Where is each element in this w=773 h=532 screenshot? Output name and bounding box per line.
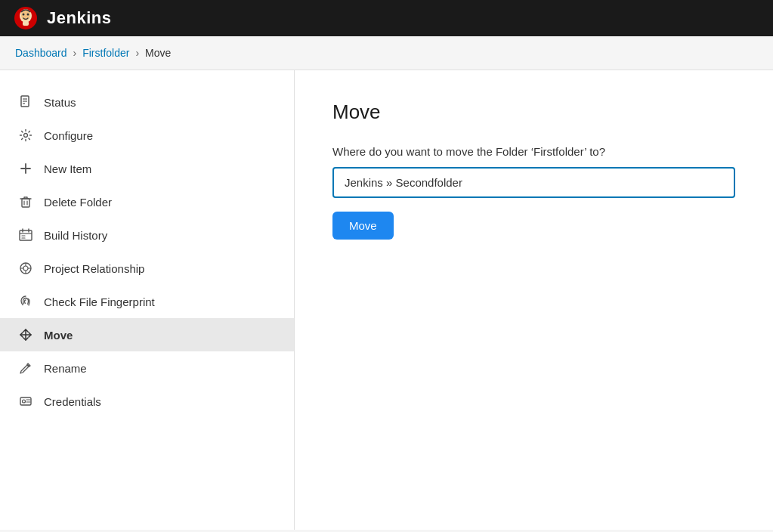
svg-rect-5 [23, 21, 29, 26]
breadcrumb: Dashboard › Firstfolder › Move [0, 36, 773, 70]
sidebar-item-configure[interactable]: Configure [0, 119, 294, 152]
sidebar-item-delete-folder[interactable]: Delete Folder [0, 185, 294, 218]
gear-icon [18, 128, 33, 143]
move-button[interactable]: Move [332, 212, 394, 240]
sidebar-item-rename-label: Rename [44, 362, 87, 375]
svg-point-27 [23, 266, 28, 271]
sidebar-item-check-file-fingerprint[interactable]: Check File Fingerprint [0, 285, 294, 318]
move-icon [18, 327, 33, 342]
svg-rect-13 [22, 199, 29, 207]
sidebar-item-credentials[interactable]: Credentials [0, 385, 294, 418]
jenkins-logo-svg [14, 6, 38, 30]
breadcrumb-dashboard[interactable]: Dashboard [15, 47, 67, 59]
sidebar-item-check-file-fingerprint-label: Check File Fingerprint [44, 295, 155, 308]
sidebar-item-credentials-label: Credentials [44, 395, 101, 408]
main-content: Move Where do you want to move the Folde… [295, 70, 773, 530]
jenkins-logo [12, 5, 39, 32]
sidebar-item-configure-label: Configure [44, 129, 93, 142]
circle-icon [18, 261, 33, 276]
page-title: Move [332, 101, 735, 124]
breadcrumb-sep-2: › [135, 47, 139, 59]
sidebar-item-project-relationship-label: Project Relationship [44, 262, 144, 275]
sidebar-item-move-label: Move [44, 329, 73, 342]
app-title: Jenkins [47, 8, 111, 28]
breadcrumb-sep-1: › [73, 47, 77, 59]
sidebar-item-delete-folder-label: Delete Folder [44, 196, 112, 209]
svg-rect-20 [20, 230, 32, 240]
pencil-icon [18, 360, 33, 376]
sidebar-item-status-label: Status [44, 96, 76, 109]
sidebar-item-build-history[interactable]: Build History [0, 218, 294, 252]
sidebar-item-move[interactable]: Move [0, 318, 294, 351]
sidebar-item-new-item-label: New Item [44, 162, 91, 175]
sidebar-item-build-history-label: Build History [44, 229, 107, 242]
form-description: Where do you want to move the Folder ‘Fi… [332, 145, 735, 158]
fingerprint-icon [18, 294, 33, 309]
main-layout: Status Configure New Item [0, 70, 773, 530]
app-header: Jenkins [0, 0, 773, 36]
sidebar: Status Configure New Item [0, 70, 295, 530]
breadcrumb-current: Move [145, 47, 171, 59]
id-card-icon [18, 394, 33, 409]
sidebar-item-status[interactable]: Status [0, 85, 294, 119]
plus-icon [18, 161, 33, 176]
destination-input[interactable] [332, 167, 735, 198]
svg-point-4 [27, 14, 29, 16]
sidebar-item-rename[interactable]: Rename [0, 351, 294, 385]
svg-point-35 [23, 400, 26, 403]
sidebar-item-project-relationship[interactable]: Project Relationship [0, 252, 294, 285]
svg-point-10 [24, 134, 28, 138]
svg-point-3 [23, 14, 25, 16]
trash-icon [18, 194, 33, 209]
breadcrumb-firstfolder[interactable]: Firstfolder [82, 47, 129, 59]
file-icon [18, 94, 33, 110]
clock-icon [18, 227, 33, 243]
sidebar-item-new-item[interactable]: New Item [0, 152, 294, 185]
